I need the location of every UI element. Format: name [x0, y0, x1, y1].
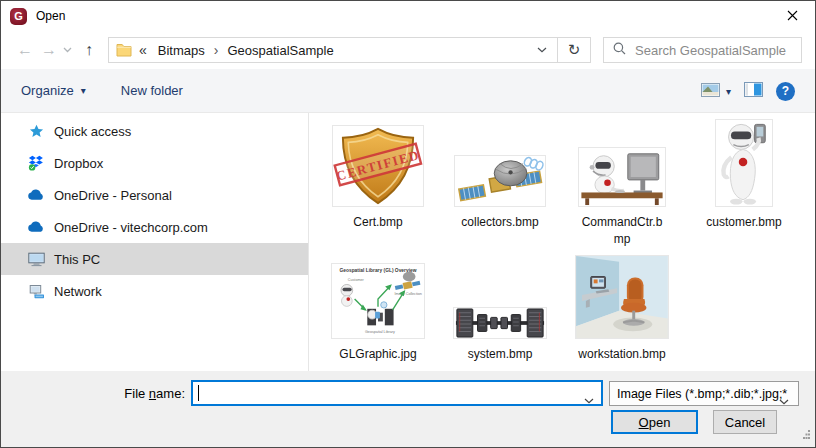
sidebar-item-onedrive-personal[interactable]: OneDrive - Personal	[1, 179, 308, 211]
address-dropdown-icon[interactable]	[527, 38, 557, 62]
certified-shield-icon: CERTIFIED	[332, 117, 424, 207]
refresh-icon[interactable]: ↻	[557, 38, 590, 62]
file-type-dropdown-icon	[779, 391, 789, 409]
new-folder-button[interactable]: New folder	[121, 83, 183, 98]
forward-icon[interactable]: →	[37, 37, 61, 63]
sidebar-item-label: OneDrive - vitechcorp.com	[54, 220, 208, 235]
onedrive-cloud-icon	[27, 189, 45, 201]
dialog-content: Quick access Dropbox OneDrive - Personal…	[1, 113, 815, 373]
file-type-select[interactable]: Image Files (*.bmp;*.dib;*.jpg;*	[609, 381, 799, 406]
file-item-system[interactable]: system.bmp	[445, 249, 555, 363]
file-item-commandctr[interactable]: CommandCtr.bmp	[567, 117, 677, 248]
up-icon[interactable]: ↑	[77, 37, 101, 63]
quick-access-star-icon	[27, 124, 45, 139]
sidebar-item-label: Network	[54, 284, 102, 299]
file-name: system.bmp	[468, 346, 533, 363]
open-file-dialog: G Open ← → ↑ « Bitmaps › GeospatialSampl…	[0, 0, 816, 448]
search-input[interactable]	[635, 43, 811, 58]
office-workstation-icon	[575, 249, 669, 339]
network-icon	[27, 284, 45, 299]
toolbar-right-group: ▾ ?	[701, 69, 795, 113]
sidebar-item-label: Quick access	[54, 124, 131, 139]
file-name-input[interactable]	[199, 382, 579, 404]
file-list: CERTIFIED Cert.bmp	[309, 113, 815, 373]
close-icon	[787, 7, 798, 25]
views-caret-icon: ▾	[726, 86, 731, 97]
svg-text:Geospatial Library (GL) Overvi: Geospatial Library (GL) Overview	[340, 268, 417, 273]
help-button[interactable]: ?	[776, 82, 795, 101]
file-name: Cert.bmp	[353, 214, 402, 231]
new-folder-label: New folder	[121, 83, 183, 98]
address-bar[interactable]: « Bitmaps › GeospatialSample ↻	[108, 37, 591, 63]
satellite-icon	[454, 117, 546, 207]
sidebar-item-quick-access[interactable]: Quick access	[1, 115, 308, 147]
svg-text:Customer: Customer	[348, 278, 365, 282]
sidebar-item-dropbox[interactable]: Dropbox	[1, 147, 308, 179]
close-button[interactable]	[769, 1, 815, 30]
search-box	[603, 37, 802, 63]
breadcrumb-item-geospatialsample[interactable]: GeospatialSample	[225, 43, 335, 58]
sidebar-item-network[interactable]: Network	[1, 275, 308, 307]
file-name-label: File name:	[1, 386, 185, 401]
breadcrumb-item-bitmaps[interactable]: Bitmaps	[156, 43, 207, 58]
file-name: customer.bmp	[706, 214, 781, 231]
dialog-footer: File name: Image Files (*.bmp;*.dib;*.jp…	[1, 371, 815, 447]
resize-grip[interactable]	[801, 425, 811, 443]
window-title: Open	[36, 9, 65, 23]
sidebar-item-label: This PC	[54, 252, 100, 267]
organize-button[interactable]: Organize ▾	[21, 83, 86, 98]
file-item-cert[interactable]: CERTIFIED Cert.bmp	[323, 117, 433, 231]
breadcrumb: « Bitmaps › GeospatialSample	[109, 38, 527, 62]
navigation-pane: Quick access Dropbox OneDrive - Personal…	[1, 113, 309, 373]
back-icon[interactable]: ←	[13, 37, 37, 63]
robot-command-center-icon	[578, 117, 666, 207]
preview-pane-button[interactable]	[744, 82, 763, 100]
file-item-workstation[interactable]: workstation.bmp	[567, 249, 677, 363]
geospatial-diagram-icon: Geospatial Library (GL) Overview Custome…	[331, 249, 425, 339]
sidebar-item-onedrive-vitechcorp[interactable]: OneDrive - vitechcorp.com	[1, 211, 308, 243]
file-item-glgraphic[interactable]: Geospatial Library (GL) Overview Custome…	[323, 249, 433, 363]
folder-icon	[116, 43, 132, 57]
svg-text:Geospatial Library: Geospatial Library	[365, 330, 395, 334]
file-name: CommandCtr.bmp	[580, 214, 664, 248]
command-toolbar: Organize ▾ New folder ▾ ?	[1, 69, 815, 113]
organize-label: Organize	[21, 83, 74, 98]
cancel-button[interactable]: Cancel	[713, 410, 777, 434]
sidebar-item-this-pc[interactable]: This PC	[1, 243, 308, 275]
breadcrumb-overflow[interactable]: «	[139, 42, 147, 58]
file-name-combobox[interactable]	[191, 380, 603, 406]
file-name: collectors.bmp	[461, 214, 538, 231]
dropbox-icon	[27, 155, 45, 171]
thumbnail-view-icon	[701, 83, 720, 100]
file-name-dropdown-icon[interactable]	[584, 390, 594, 408]
breadcrumb-separator-icon: ›	[214, 42, 219, 58]
onedrive-cloud-icon	[27, 221, 45, 233]
robot-with-phone-icon	[715, 117, 773, 207]
sidebar-item-label: Dropbox	[54, 156, 103, 171]
file-item-customer[interactable]: customer.bmp	[689, 117, 799, 231]
svg-text:Image Collection: Image Collection	[394, 292, 421, 296]
title-bar: G Open	[1, 1, 815, 31]
file-type-value: Image Files (*.bmp;*.dib;*.jpg;*	[617, 387, 787, 401]
open-button[interactable]: Open	[611, 410, 698, 434]
text-cursor	[198, 385, 199, 401]
history-dropdown-icon[interactable]	[59, 37, 75, 63]
sidebar-item-label: OneDrive - Personal	[54, 188, 172, 203]
genesys-app-icon: G	[10, 8, 27, 25]
change-view-button[interactable]: ▾	[701, 83, 731, 100]
chevron-down-icon: ▾	[81, 85, 86, 96]
file-item-collectors[interactable]: collectors.bmp	[445, 117, 555, 231]
search-icon	[613, 41, 626, 59]
file-name: GLGraphic.jpg	[339, 346, 416, 363]
server-racks-icon	[453, 249, 547, 339]
file-name: workstation.bmp	[578, 346, 665, 363]
this-pc-monitor-icon	[27, 252, 45, 267]
